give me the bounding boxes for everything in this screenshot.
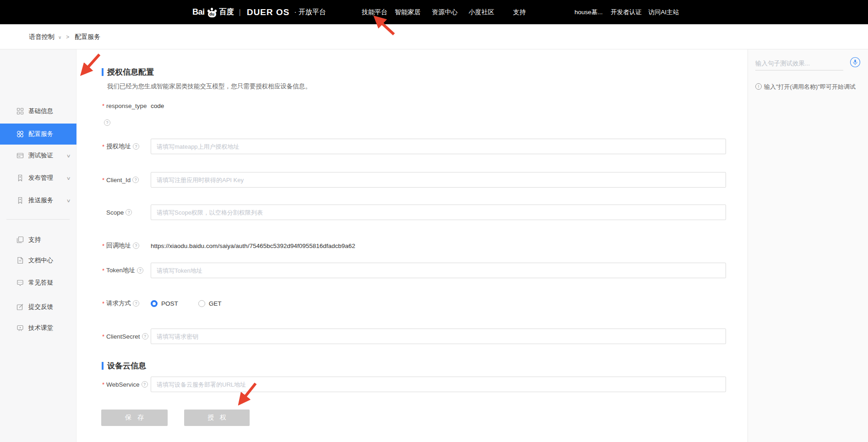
nav-community[interactable]: 小度社区 bbox=[469, 0, 494, 24]
test-panel-tip: ! 输入"打开(调用名称)"即可开始调试 bbox=[755, 83, 856, 91]
pages-icon bbox=[16, 236, 24, 243]
logo-baidu-cn: 百度 bbox=[219, 7, 234, 17]
webservice-input[interactable] bbox=[151, 377, 726, 392]
sidebar-item-label: 文档中心 bbox=[28, 256, 53, 264]
document-icon bbox=[16, 257, 24, 264]
save-button[interactable]: 保存 bbox=[101, 410, 168, 426]
sidebar-divider bbox=[6, 219, 70, 220]
help-icon[interactable]: ? bbox=[104, 119, 110, 126]
help-icon[interactable]: ? bbox=[126, 209, 132, 216]
sidebar-item-label: 基础信息 bbox=[28, 107, 53, 115]
help-icon[interactable]: ? bbox=[142, 333, 148, 340]
field-label-text: response_type bbox=[106, 102, 147, 109]
form-row-auth-url: * 授权地址 ? bbox=[102, 139, 726, 154]
sidebar-item-basic-info[interactable]: 基础信息 bbox=[0, 101, 76, 122]
field-label: * response_type bbox=[102, 102, 151, 109]
sidebar-item-test-verify[interactable]: 测试验证 ∨ bbox=[0, 145, 76, 166]
help-icon[interactable]: ? bbox=[133, 243, 139, 249]
required-mark: * bbox=[102, 333, 104, 340]
section-auth-config: 授权信息配置 bbox=[102, 67, 154, 77]
logo-du-text: du bbox=[208, 11, 216, 17]
field-label: * Token地址 ? bbox=[102, 266, 151, 275]
nav-smart-home[interactable]: 智能家居 bbox=[395, 0, 420, 24]
sidebar-item-label: 测试验证 bbox=[28, 151, 53, 160]
breadcrumb: 语音控制 ∨ > 配置服务 bbox=[29, 24, 100, 49]
user-account[interactable]: house墓... bbox=[574, 0, 603, 24]
help-icon[interactable]: ? bbox=[137, 267, 143, 274]
form-row-scope: * Scope ? bbox=[102, 205, 726, 220]
breadcrumb-separator: > bbox=[66, 34, 69, 40]
field-label-text: Scope bbox=[106, 209, 124, 216]
form-row-webservice: * WebService ? bbox=[102, 377, 726, 392]
sidebar-link-support[interactable]: 支持 bbox=[0, 229, 76, 250]
client-secret-input[interactable] bbox=[151, 329, 726, 344]
chevron-down-icon[interactable]: ∨ bbox=[58, 35, 61, 40]
section-device-cloud: 设备云信息 bbox=[102, 361, 146, 371]
sidebar-link-tech-class[interactable]: 技术课堂 bbox=[0, 318, 76, 339]
form-row-request-method: * 请求方式 ? POST GET bbox=[102, 296, 242, 311]
field-label-text: ClientSecret bbox=[106, 333, 140, 340]
grid-icon bbox=[16, 108, 24, 115]
microphone-icon[interactable] bbox=[850, 57, 861, 68]
sidebar-item-push-service[interactable]: 推送服务 ∨ bbox=[0, 190, 76, 211]
sidebar-link-faq[interactable]: 常见答疑 bbox=[0, 272, 76, 293]
nav-developer-cert[interactable]: 开发者认证 bbox=[611, 0, 642, 24]
sidebar-item-label: 技术课堂 bbox=[28, 324, 53, 332]
scope-input[interactable] bbox=[151, 205, 726, 220]
section-title: 设备云信息 bbox=[107, 361, 146, 371]
test-tip-text: 输入"打开(调用名称)"即可开始调试 bbox=[764, 83, 856, 91]
help-icon[interactable]: ? bbox=[133, 300, 139, 307]
form-row-client-secret: * ClientSecret ? bbox=[102, 329, 726, 344]
breadcrumb-current: 配置服务 bbox=[75, 33, 100, 41]
help-icon[interactable]: ? bbox=[133, 143, 139, 150]
section-description: 我们已经为您生成智能家居类技能交互模型，您只需要授权相应设备信息。 bbox=[107, 82, 311, 91]
card-icon bbox=[16, 152, 24, 159]
nav-support[interactable]: 支持 bbox=[513, 0, 526, 24]
logo-bai-text: Bai bbox=[192, 7, 205, 17]
chevron-down-icon: ∨ bbox=[66, 176, 71, 181]
sidebar-link-feedback[interactable]: 提交反馈 bbox=[0, 296, 76, 318]
section-title: 授权信息配置 bbox=[107, 67, 154, 77]
field-label: * WebService ? bbox=[102, 381, 151, 388]
edit-icon bbox=[16, 303, 24, 311]
auth-url-input[interactable] bbox=[151, 139, 726, 154]
radio-get[interactable]: GET bbox=[198, 300, 222, 307]
radio-post[interactable]: POST bbox=[151, 300, 178, 307]
help-icon[interactable]: ? bbox=[132, 177, 139, 183]
help-glyph: ? bbox=[106, 120, 108, 125]
help-icon[interactable]: ? bbox=[142, 381, 148, 388]
authorize-button[interactable]: 授权 bbox=[184, 410, 250, 426]
voice-test-panel: ! 输入"打开(调用名称)"即可开始调试 bbox=[748, 49, 868, 442]
breadcrumb-root[interactable]: 语音控制 bbox=[29, 33, 55, 41]
field-label-text: 授权地址 bbox=[106, 142, 131, 151]
field-label: * 回调地址 ? bbox=[102, 242, 151, 250]
sidebar-link-doc-center[interactable]: 文档中心 bbox=[0, 250, 76, 271]
chevron-down-icon: ∨ bbox=[66, 198, 71, 203]
form-row-callback-url: * 回调地址 ? https://xiaodu.baidu.com/saiya/… bbox=[102, 238, 355, 253]
nav-resource-center[interactable]: 资源中心 bbox=[432, 0, 458, 24]
field-label: * Scope ? bbox=[102, 209, 151, 216]
baidu-dueros-logo[interactable]: Bai du 百度 | DUER OS · 开放平台 bbox=[192, 0, 326, 24]
section-accent-bar bbox=[102, 68, 104, 76]
sidebar-item-publish-manage[interactable]: 发布管理 ∨ bbox=[0, 167, 76, 189]
client-id-input[interactable] bbox=[151, 172, 726, 188]
radio-unselected-icon bbox=[198, 300, 205, 307]
baidu-paw-icon: du bbox=[207, 7, 217, 17]
nav-skills-platform[interactable]: 技能平台 bbox=[362, 0, 388, 24]
required-mark: * bbox=[102, 102, 104, 109]
required-mark: * bbox=[102, 267, 104, 274]
sidebar-item-label: 推送服务 bbox=[28, 196, 53, 205]
required-mark: * bbox=[102, 300, 104, 307]
sidebar-item-label: 提交反馈 bbox=[28, 303, 53, 311]
nav-ai-site[interactable]: 访问AI主站 bbox=[649, 0, 679, 24]
form-row-response-type: * response_type code bbox=[102, 98, 164, 113]
test-sentence-input[interactable] bbox=[755, 57, 843, 70]
form-row-client-id: * Client_Id ? bbox=[102, 172, 726, 188]
sidebar: 基础信息 配置服务 测试验证 ∨ bbox=[0, 49, 76, 442]
radio-get-label: GET bbox=[209, 300, 222, 307]
logo-open-platform: · 开放平台 bbox=[294, 8, 326, 16]
token-url-input[interactable] bbox=[151, 263, 726, 278]
sidebar-item-config-service[interactable]: 配置服务 bbox=[0, 124, 76, 145]
required-mark: * bbox=[102, 143, 104, 150]
sidebar-item-label: 支持 bbox=[28, 236, 41, 244]
